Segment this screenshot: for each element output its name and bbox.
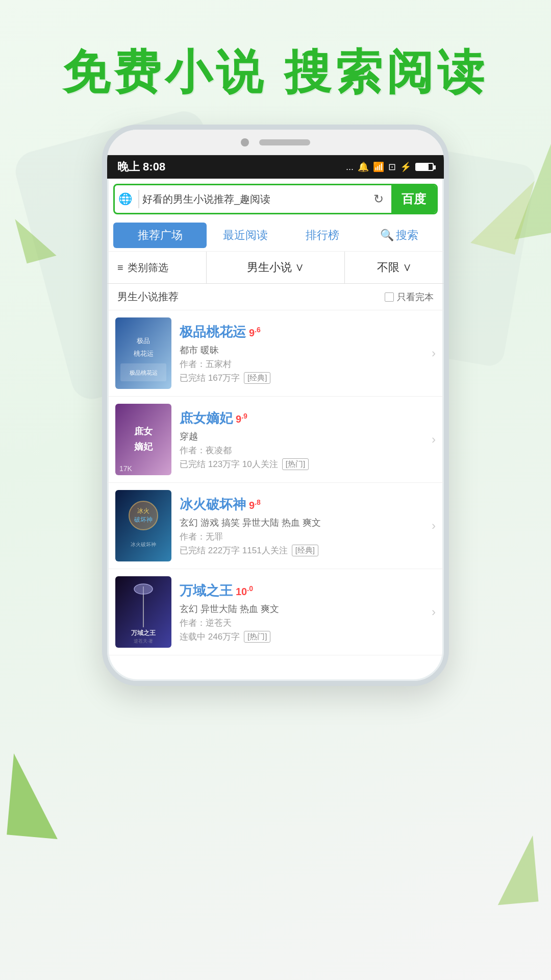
search-tab-icon: 🔍 xyxy=(380,229,394,242)
lightning-icon: ⚡ xyxy=(400,161,411,173)
book-title-row: 庶女嫡妃 9.9 xyxy=(180,409,423,427)
signal-dots-icon: ... xyxy=(346,162,354,173)
globe-icon: 🌐 xyxy=(115,192,135,206)
book-info: 万域之王 10.0 玄幻 异世大陆 热血 爽文 作者：逆苍天 连载中 246万字… xyxy=(180,582,423,643)
book-cover: 冰火 破坏神 冰火破坏神 xyxy=(115,490,171,561)
status-icons: ... 🔔 📶 ⊡ ⚡ xyxy=(346,161,434,173)
phone-top-bezel xyxy=(107,130,444,155)
list-item[interactable]: 庶女 嫡妃 17K 庶女嫡妃 9.9 穿越 作者：夜凌都 已完结 123万字 1… xyxy=(107,397,444,483)
list-item[interactable]: 极品 桃花运 极品桃花运 极品桃花运 9.6 都市 暖昧 作者：五家村 已完结 … xyxy=(107,310,444,397)
book-meta: 已完结 167万字 [经典] xyxy=(180,372,423,384)
limit-filter-button[interactable]: 不限 ∨ xyxy=(345,252,444,283)
phone-speaker xyxy=(259,139,310,145)
svg-text:极品桃花运: 极品桃花运 xyxy=(129,370,158,376)
section-header: 男生小说推荐 只看完本 xyxy=(107,284,444,310)
nav-tab-bar: 推荐广场 最近阅读 排行榜 🔍 搜索 xyxy=(107,219,444,252)
page-title: 免费小说 搜索阅读 xyxy=(0,41,551,104)
book-cover: 极品 桃花运 极品桃花运 xyxy=(115,317,171,389)
svg-text:桃花运: 桃花运 xyxy=(134,350,154,357)
book-author: 作者：五家村 xyxy=(180,358,423,370)
book-meta: 连载中 246万字 [热门] xyxy=(180,631,423,643)
type-filter-button[interactable]: 男生小说 ∨ xyxy=(207,252,345,283)
book-rating: 9.6 xyxy=(249,326,261,339)
list-item[interactable]: 万域之王 逆苍天·著 万域之王 10.0 玄幻 异世大陆 热血 爽文 作者：逆苍… xyxy=(107,569,444,655)
book-title-row: 冰火破坏神 9.8 xyxy=(180,496,423,513)
book-rating: 9.8 xyxy=(249,498,261,511)
book-author: 作者：无罪 xyxy=(180,531,423,543)
book-cover: 庶女 嫡妃 17K xyxy=(115,404,171,475)
sim-icon: ⊡ xyxy=(388,161,396,173)
tab-recommend-plaza[interactable]: 推荐广场 xyxy=(113,223,207,248)
filter-bar: ≡ 类别筛选 男生小说 ∨ 不限 ∨ xyxy=(107,252,444,284)
only-complete-label: 只看完本 xyxy=(397,291,434,303)
book-word-count: 已完结 222万字 1151人关注 xyxy=(180,545,288,556)
phone-body: 晚上 8:08 ... 🔔 📶 ⊡ ⚡ 🌐 好看的男生小说推荐_趣阅读 ↻ 百度 xyxy=(102,125,449,686)
phone-mockup: 晚上 8:08 ... 🔔 📶 ⊡ ⚡ 🌐 好看的男生小说推荐_趣阅读 ↻ 百度 xyxy=(0,125,551,686)
svg-text:冰火: 冰火 xyxy=(137,507,149,514)
category-filter-button[interactable]: ≡ 类别筛选 xyxy=(107,252,207,283)
book-rating: 9.9 xyxy=(236,412,247,425)
chevron-right-icon: › xyxy=(432,605,436,619)
filter-icon: ≡ xyxy=(117,262,123,274)
book-rating: 10.0 xyxy=(236,584,253,598)
book-word-count: 已完结 167万字 xyxy=(180,372,240,384)
book-meta: 已完结 222万字 1151人关注 [经典] xyxy=(180,545,423,556)
tab-search-label: 搜索 xyxy=(396,228,418,243)
book-badge: [热门] xyxy=(282,458,309,470)
chevron-right-icon: › xyxy=(432,432,436,447)
book-tags: 穿越 xyxy=(180,430,423,443)
battery-icon xyxy=(415,163,434,171)
search-query[interactable]: 好看的男生小说推荐_趣阅读 xyxy=(142,192,366,206)
book-title: 冰火破坏神 xyxy=(180,496,246,513)
status-bar: 晚上 8:08 ... 🔔 📶 ⊡ ⚡ xyxy=(107,155,444,179)
svg-text:破坏神: 破坏神 xyxy=(134,516,153,523)
svg-point-16 xyxy=(134,584,153,594)
book-title: 极品桃花运 xyxy=(180,323,246,341)
book-info: 冰火破坏神 9.8 玄幻 游戏 搞笑 异世大陆 热血 爽文 作者：无罪 已完结 … xyxy=(180,496,423,556)
book-word-count: 连载中 246万字 xyxy=(180,631,240,643)
search-divider xyxy=(138,190,139,208)
book-author: 作者：夜凌都 xyxy=(180,445,423,456)
book-word-count: 已完结 123万字 10人关注 xyxy=(180,458,278,470)
svg-text:17K: 17K xyxy=(119,464,133,473)
tab-search[interactable]: 🔍 搜索 xyxy=(361,223,438,248)
baidu-search-button[interactable]: 百度 xyxy=(391,185,436,213)
svg-text:极品: 极品 xyxy=(136,337,150,345)
book-title: 万域之王 xyxy=(180,582,233,600)
status-time: 晚上 8:08 xyxy=(117,159,165,175)
book-info: 极品桃花运 9.6 都市 暖昧 作者：五家村 已完结 167万字 [经典] xyxy=(180,323,423,384)
tab-rankings[interactable]: 排行榜 xyxy=(284,223,361,248)
only-complete-filter[interactable]: 只看完本 xyxy=(385,291,434,303)
book-tags: 都市 暖昧 xyxy=(180,344,423,356)
book-title-row: 万域之王 10.0 xyxy=(180,582,423,600)
book-cover: 万域之王 逆苍天·著 xyxy=(115,576,171,648)
book-badge: [经典] xyxy=(292,545,318,556)
tab-rankings-label: 排行榜 xyxy=(306,228,339,243)
book-title-row: 极品桃花运 9.6 xyxy=(180,323,423,341)
tab-recommend-label: 推荐广场 xyxy=(138,228,183,243)
bg-triangle-3 xyxy=(7,753,65,839)
section-title: 男生小说推荐 xyxy=(117,290,179,304)
only-complete-checkbox[interactable] xyxy=(385,292,394,302)
svg-text:万域之王: 万域之王 xyxy=(131,629,156,636)
svg-text:庶女: 庶女 xyxy=(134,426,153,436)
bell-icon: 🔔 xyxy=(358,161,369,173)
wifi-icon: 📶 xyxy=(373,161,384,173)
front-camera xyxy=(241,138,249,146)
category-filter-label: 类别筛选 xyxy=(128,261,168,275)
search-bar[interactable]: 🌐 好看的男生小说推荐_趣阅读 ↻ 百度 xyxy=(113,184,438,214)
list-item[interactable]: 冰火 破坏神 冰火破坏神 冰火破坏神 9.8 玄幻 游戏 搞笑 异世大陆 热血 … xyxy=(107,483,444,569)
book-tags: 玄幻 游戏 搞笑 异世大陆 热血 爽文 xyxy=(180,517,423,529)
book-list: 极品 桃花运 极品桃花运 极品桃花运 9.6 都市 暖昧 作者：五家村 已完结 … xyxy=(107,310,444,655)
svg-point-10 xyxy=(129,501,158,530)
book-tags: 玄幻 异世大陆 热血 爽文 xyxy=(180,603,423,615)
chevron-right-icon: › xyxy=(432,346,436,360)
book-badge: [热门] xyxy=(244,631,270,643)
book-meta: 已完结 123万字 10人关注 [热门] xyxy=(180,458,423,470)
tab-recent-read[interactable]: 最近阅读 xyxy=(207,223,284,248)
book-badge: [经典] xyxy=(244,372,270,384)
refresh-icon[interactable]: ↻ xyxy=(366,192,391,206)
book-author: 作者：逆苍天 xyxy=(180,617,423,629)
book-title: 庶女嫡妃 xyxy=(180,409,233,427)
page-header: 免费小说 搜索阅读 xyxy=(0,0,551,125)
